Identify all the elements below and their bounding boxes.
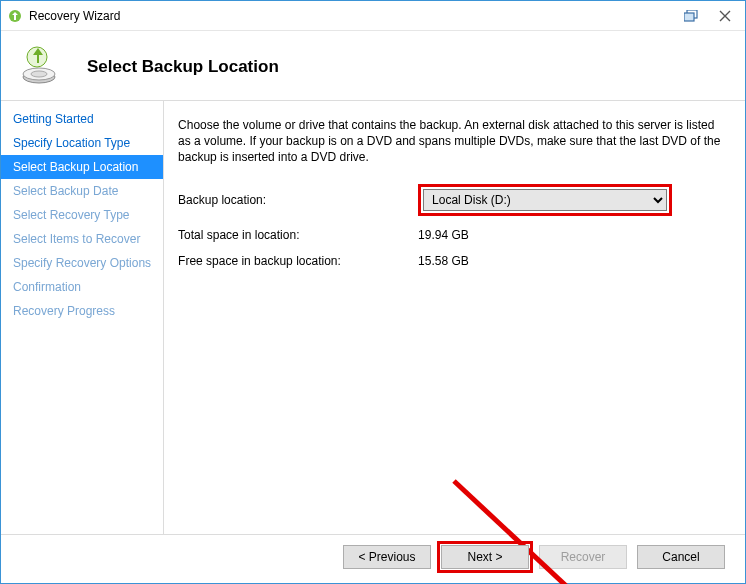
step-select-recovery-type: Select Recovery Type <box>1 203 163 227</box>
svg-point-5 <box>31 71 47 77</box>
recover-button: Recover <box>539 545 627 569</box>
instruction-text: Choose the volume or drive that contains… <box>178 117 725 166</box>
backup-disk-icon <box>21 43 69 90</box>
step-select-backup-location[interactable]: Select Backup Location <box>1 155 163 179</box>
next-button[interactable]: Next > <box>441 545 529 569</box>
wizard-header: Select Backup Location <box>1 31 745 101</box>
step-recovery-progress: Recovery Progress <box>1 299 163 323</box>
backup-location-highlight: Local Disk (D:) <box>418 184 672 216</box>
step-getting-started[interactable]: Getting Started <box>1 107 163 131</box>
svg-rect-2 <box>684 13 694 21</box>
titlebar: Recovery Wizard <box>1 1 745 31</box>
previous-button[interactable]: < Previous <box>343 545 431 569</box>
total-space-value: 19.94 GB <box>418 228 469 242</box>
backup-location-select[interactable]: Local Disk (D:) <box>423 189 667 211</box>
app-icon <box>7 8 23 24</box>
wizard-footer: < Previous Next > Recover Cancel <box>1 534 745 583</box>
total-space-label: Total space in location: <box>178 228 418 242</box>
page-title: Select Backup Location <box>87 57 279 77</box>
step-specify-location-type[interactable]: Specify Location Type <box>1 131 163 155</box>
free-space-label: Free space in backup location: <box>178 254 418 268</box>
wizard-content: Choose the volume or drive that contains… <box>163 101 745 534</box>
next-button-highlight: Next > <box>441 545 529 569</box>
free-space-value: 15.58 GB <box>418 254 469 268</box>
wizard-steps-sidebar: Getting Started Specify Location Type Se… <box>1 101 163 534</box>
recovery-wizard-window: Recovery Wizard Select Backup Location <box>0 0 746 584</box>
close-icon[interactable] <box>711 5 739 27</box>
step-confirmation: Confirmation <box>1 275 163 299</box>
step-select-items-to-recover: Select Items to Recover <box>1 227 163 251</box>
restore-down-icon[interactable] <box>677 5 705 27</box>
backup-location-label: Backup location: <box>178 193 418 207</box>
step-select-backup-date: Select Backup Date <box>1 179 163 203</box>
cancel-button[interactable]: Cancel <box>637 545 725 569</box>
step-specify-recovery-options: Specify Recovery Options <box>1 251 163 275</box>
window-title: Recovery Wizard <box>29 9 120 23</box>
